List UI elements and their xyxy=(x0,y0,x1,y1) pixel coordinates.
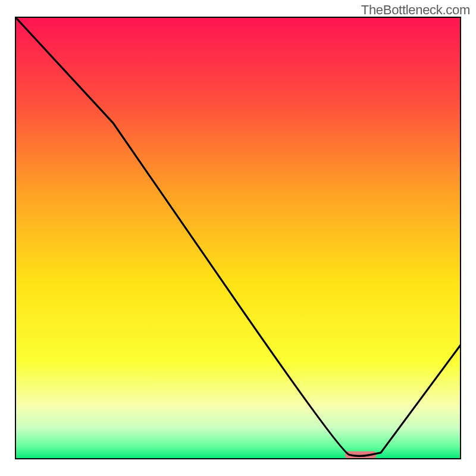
gradient-background xyxy=(15,17,461,459)
watermark-text: TheBottleneck.com xyxy=(361,2,470,18)
chart-svg xyxy=(15,17,461,459)
chart-plot-area xyxy=(15,17,461,459)
